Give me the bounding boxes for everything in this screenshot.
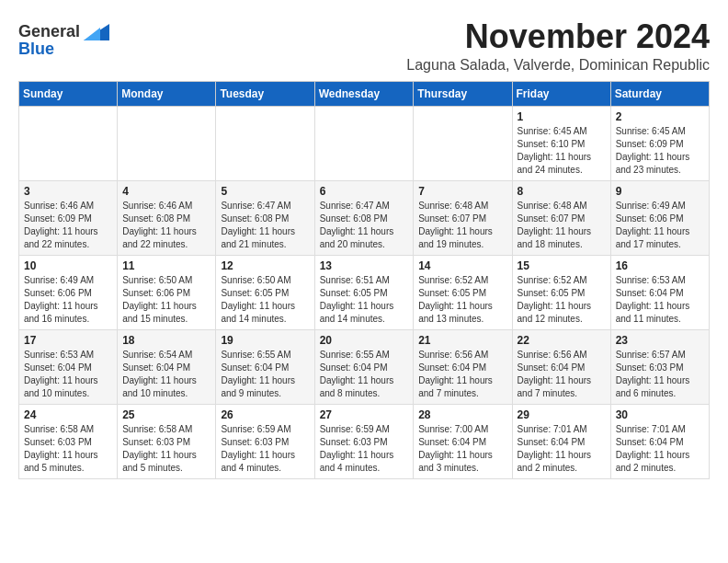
day-number: 5	[221, 185, 309, 198]
day-number: 3	[24, 185, 112, 198]
calendar-cell: 16Sunrise: 6:53 AM Sunset: 6:04 PM Dayli…	[610, 255, 709, 329]
calendar-cell: 20Sunrise: 6:55 AM Sunset: 6:04 PM Dayli…	[314, 329, 414, 404]
day-number: 20	[320, 334, 409, 347]
day-detail: Sunrise: 6:50 AM Sunset: 6:05 PM Dayligh…	[221, 274, 309, 326]
calendar-cell: 14Sunrise: 6:52 AM Sunset: 6:05 PM Dayli…	[414, 255, 512, 329]
calendar-cell	[216, 106, 314, 180]
day-detail: Sunrise: 7:01 AM Sunset: 6:04 PM Dayligh…	[518, 423, 606, 475]
day-number: 8	[518, 185, 606, 198]
calendar-cell: 1Sunrise: 6:45 AM Sunset: 6:10 PM Daylig…	[512, 106, 610, 180]
calendar-week-row: 17Sunrise: 6:53 AM Sunset: 6:04 PM Dayli…	[19, 329, 710, 404]
month-title: November 2024	[406, 18, 710, 55]
col-friday: Friday	[512, 81, 610, 106]
calendar-cell	[118, 106, 216, 180]
day-number: 27	[320, 408, 409, 421]
day-detail: Sunrise: 6:55 AM Sunset: 6:04 PM Dayligh…	[221, 349, 309, 400]
day-detail: Sunrise: 6:48 AM Sunset: 6:07 PM Dayligh…	[518, 200, 606, 251]
calendar-cell: 9Sunrise: 6:49 AM Sunset: 6:06 PM Daylig…	[610, 180, 709, 255]
day-number: 23	[616, 334, 704, 347]
calendar-cell: 22Sunrise: 6:56 AM Sunset: 6:04 PM Dayli…	[512, 329, 610, 404]
calendar-cell: 27Sunrise: 6:59 AM Sunset: 6:03 PM Dayli…	[314, 404, 414, 478]
calendar-cell: 30Sunrise: 7:01 AM Sunset: 6:04 PM Dayli…	[610, 404, 709, 478]
day-number: 17	[24, 334, 112, 347]
day-number: 18	[122, 334, 210, 347]
logo-icon	[84, 24, 109, 40]
day-detail: Sunrise: 6:59 AM Sunset: 6:03 PM Dayligh…	[221, 423, 309, 475]
day-detail: Sunrise: 6:56 AM Sunset: 6:04 PM Dayligh…	[518, 349, 606, 400]
day-detail: Sunrise: 6:48 AM Sunset: 6:07 PM Dayligh…	[418, 200, 506, 251]
header: General Blue November 2024 Laguna Salada…	[18, 18, 710, 74]
day-detail: Sunrise: 6:55 AM Sunset: 6:04 PM Dayligh…	[320, 349, 409, 400]
calendar-cell: 25Sunrise: 6:58 AM Sunset: 6:03 PM Dayli…	[118, 404, 216, 478]
calendar-cell: 17Sunrise: 6:53 AM Sunset: 6:04 PM Dayli…	[19, 329, 118, 404]
location-subtitle: Laguna Salada, Valverde, Dominican Repub…	[406, 57, 710, 74]
calendar-cell: 21Sunrise: 6:56 AM Sunset: 6:04 PM Dayli…	[414, 329, 512, 404]
calendar-cell: 28Sunrise: 7:00 AM Sunset: 6:04 PM Dayli…	[414, 404, 512, 478]
svg-marker-1	[84, 28, 100, 40]
col-thursday: Thursday	[414, 81, 512, 106]
day-number: 10	[24, 259, 112, 272]
calendar-cell: 7Sunrise: 6:48 AM Sunset: 6:07 PM Daylig…	[414, 180, 512, 255]
day-number: 13	[320, 259, 409, 272]
day-number: 15	[518, 259, 606, 272]
day-number: 2	[616, 110, 704, 123]
calendar-cell: 24Sunrise: 6:58 AM Sunset: 6:03 PM Dayli…	[19, 404, 118, 478]
calendar-week-row: 10Sunrise: 6:49 AM Sunset: 6:06 PM Dayli…	[19, 255, 710, 329]
day-detail: Sunrise: 6:59 AM Sunset: 6:03 PM Dayligh…	[320, 423, 409, 475]
day-detail: Sunrise: 6:53 AM Sunset: 6:04 PM Dayligh…	[24, 349, 112, 400]
calendar-cell: 29Sunrise: 7:01 AM Sunset: 6:04 PM Dayli…	[512, 404, 610, 478]
day-number: 16	[616, 259, 704, 272]
calendar-cell: 13Sunrise: 6:51 AM Sunset: 6:05 PM Dayli…	[314, 255, 414, 329]
day-number: 6	[320, 185, 409, 198]
day-detail: Sunrise: 6:51 AM Sunset: 6:05 PM Dayligh…	[320, 274, 409, 326]
calendar-header-row: Sunday Monday Tuesday Wednesday Thursday…	[19, 81, 710, 106]
day-number: 1	[518, 110, 606, 123]
calendar-cell: 11Sunrise: 6:50 AM Sunset: 6:06 PM Dayli…	[118, 255, 216, 329]
calendar-cell: 8Sunrise: 6:48 AM Sunset: 6:07 PM Daylig…	[512, 180, 610, 255]
day-detail: Sunrise: 6:56 AM Sunset: 6:04 PM Dayligh…	[418, 349, 506, 400]
day-detail: Sunrise: 7:00 AM Sunset: 6:04 PM Dayligh…	[418, 423, 506, 475]
logo-blue-text: Blue	[18, 40, 54, 59]
calendar-cell	[19, 106, 118, 180]
col-monday: Monday	[118, 81, 216, 106]
day-detail: Sunrise: 6:45 AM Sunset: 6:10 PM Dayligh…	[518, 125, 606, 177]
calendar-cell	[314, 106, 414, 180]
col-tuesday: Tuesday	[216, 81, 314, 106]
day-number: 14	[418, 259, 506, 272]
day-number: 12	[221, 259, 309, 272]
day-number: 28	[418, 408, 506, 421]
calendar-cell: 12Sunrise: 6:50 AM Sunset: 6:05 PM Dayli…	[216, 255, 314, 329]
calendar-cell: 2Sunrise: 6:45 AM Sunset: 6:09 PM Daylig…	[610, 106, 709, 180]
day-number: 26	[221, 408, 309, 421]
day-detail: Sunrise: 6:58 AM Sunset: 6:03 PM Dayligh…	[24, 423, 112, 475]
day-detail: Sunrise: 6:47 AM Sunset: 6:08 PM Dayligh…	[221, 200, 309, 251]
logo-general-text: General	[18, 22, 80, 41]
calendar-week-row: 24Sunrise: 6:58 AM Sunset: 6:03 PM Dayli…	[19, 404, 710, 478]
day-number: 29	[518, 408, 606, 421]
day-number: 22	[518, 334, 606, 347]
day-detail: Sunrise: 6:49 AM Sunset: 6:06 PM Dayligh…	[24, 274, 112, 326]
page-container: General Blue November 2024 Laguna Salada…	[18, 18, 710, 479]
day-detail: Sunrise: 6:58 AM Sunset: 6:03 PM Dayligh…	[122, 423, 210, 475]
day-detail: Sunrise: 6:45 AM Sunset: 6:09 PM Dayligh…	[616, 125, 704, 177]
day-number: 25	[122, 408, 210, 421]
day-number: 19	[221, 334, 309, 347]
day-number: 21	[418, 334, 506, 347]
day-number: 24	[24, 408, 112, 421]
day-number: 4	[122, 185, 210, 198]
calendar-cell: 5Sunrise: 6:47 AM Sunset: 6:08 PM Daylig…	[216, 180, 314, 255]
col-sunday: Sunday	[19, 81, 118, 106]
calendar-cell: 19Sunrise: 6:55 AM Sunset: 6:04 PM Dayli…	[216, 329, 314, 404]
day-detail: Sunrise: 6:47 AM Sunset: 6:08 PM Dayligh…	[320, 200, 409, 251]
calendar-week-row: 1Sunrise: 6:45 AM Sunset: 6:10 PM Daylig…	[19, 106, 710, 180]
title-area: November 2024 Laguna Salada, Valverde, D…	[406, 18, 710, 74]
day-detail: Sunrise: 6:54 AM Sunset: 6:04 PM Dayligh…	[122, 349, 210, 400]
logo: General Blue	[18, 22, 109, 59]
calendar-cell	[414, 106, 512, 180]
day-detail: Sunrise: 6:46 AM Sunset: 6:09 PM Dayligh…	[24, 200, 112, 251]
calendar-cell: 4Sunrise: 6:46 AM Sunset: 6:08 PM Daylig…	[118, 180, 216, 255]
calendar-table: Sunday Monday Tuesday Wednesday Thursday…	[18, 81, 710, 479]
calendar-cell: 26Sunrise: 6:59 AM Sunset: 6:03 PM Dayli…	[216, 404, 314, 478]
day-detail: Sunrise: 6:53 AM Sunset: 6:04 PM Dayligh…	[616, 274, 704, 326]
day-detail: Sunrise: 6:52 AM Sunset: 6:05 PM Dayligh…	[418, 274, 506, 326]
